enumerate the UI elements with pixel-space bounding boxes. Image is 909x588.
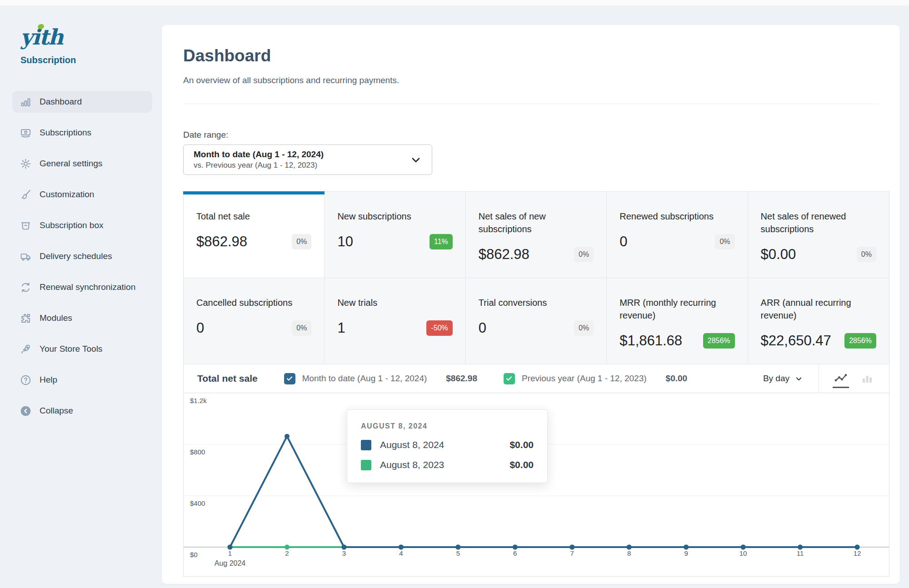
stat-label: Trial conversions — [479, 296, 594, 309]
sidebar-item-dashboard[interactable]: Dashboard — [12, 91, 152, 113]
sidebar-item-help[interactable]: Help — [12, 369, 152, 391]
sidebar-item-your-store-tools[interactable]: Your Store Tools — [12, 338, 152, 360]
sidebar-item-customization[interactable]: Customization — [12, 184, 152, 205]
sidebar-item-subscriptions[interactable]: Subscriptions — [12, 122, 152, 144]
svg-text:$1.2k: $1.2k — [190, 397, 207, 404]
svg-text:4: 4 — [399, 549, 403, 557]
svg-text:10: 10 — [739, 549, 747, 557]
tooltip-row-label: August 8, 2024 — [380, 439, 509, 450]
sidebar-nav: Dashboard Subscriptions General settings… — [12, 91, 153, 422]
series-toggle: Month to date (Aug 1 - 12, 2024) $862.98 — [284, 373, 477, 384]
stat-card[interactable]: Renewed subscriptions 0 0% — [607, 192, 748, 278]
stat-badge: 0% — [715, 234, 734, 249]
sidebar-item-renewal-synchronization[interactable]: Renewal synchronization — [12, 276, 152, 298]
date-range-label: Date range: — [183, 130, 889, 140]
net-sale-chart[interactable]: $0$400$800$1.2k1Aug 202423456789101112 A… — [184, 393, 889, 576]
svg-text:$800: $800 — [190, 448, 205, 456]
chevron-down-icon — [410, 154, 422, 166]
tooltip-title: AUGUST 8, 2024 — [361, 422, 534, 430]
stat-card[interactable]: Net sales of new subscriptions $862.98 0… — [466, 192, 607, 278]
stat-value: 1 — [337, 320, 345, 336]
stat-card[interactable]: Cancelled subscriptions 0 0% — [184, 278, 325, 364]
stat-card[interactable]: Trial conversions 0 0% — [466, 278, 607, 364]
series-label: Previous year (Aug 1 - 12, 2023) — [522, 374, 647, 384]
stat-badge: 0% — [574, 247, 594, 262]
series-checkbox[interactable] — [504, 373, 515, 384]
sidebar-item-label: Renewal synchronization — [40, 282, 135, 292]
stat-value: $862.98 — [196, 234, 247, 250]
stat-value-row: 0 0% — [479, 320, 594, 336]
svg-text:Aug 2024: Aug 2024 — [215, 559, 246, 567]
series-value: $862.98 — [446, 374, 477, 384]
stat-card[interactable]: Net sales of renewed subscriptions $0.00… — [748, 192, 889, 278]
stat-card[interactable]: Total net sale $862.98 0% — [184, 192, 325, 278]
series-checkbox[interactable] — [284, 373, 295, 384]
date-range-selected: Month to date (Aug 1 - 12, 2024) vs. Pre… — [194, 149, 410, 170]
stat-badge: 0% — [857, 247, 876, 262]
date-range-primary: Month to date (Aug 1 - 12, 2024) — [194, 149, 410, 160]
svg-text:2: 2 — [285, 549, 289, 557]
sidebar-item-label: Help — [40, 375, 57, 385]
rocket-icon — [20, 343, 32, 355]
sidebar-item-label: Modules — [40, 313, 72, 323]
svg-text:$400: $400 — [190, 499, 205, 507]
stat-card[interactable]: New trials 1 -50% — [325, 278, 465, 364]
sidebar-item-delivery-schedules[interactable]: Delivery schedules — [12, 245, 152, 267]
line-chart-button[interactable] — [833, 369, 849, 388]
svg-text:7: 7 — [570, 549, 574, 557]
interval-select[interactable]: By day — [763, 374, 803, 384]
stat-badge: 2856% — [844, 333, 876, 349]
line-chart-icon — [834, 373, 848, 384]
box-icon — [20, 219, 32, 232]
stat-value-row: $0.00 0% — [761, 246, 876, 263]
sidebar-item-general-settings[interactable]: General settings — [12, 153, 152, 174]
svg-text:11: 11 — [797, 549, 804, 557]
date-range-select[interactable]: Month to date (Aug 1 - 12, 2024) vs. Pre… — [183, 145, 432, 175]
puzzle-icon — [20, 312, 32, 324]
sidebar-item-collapse[interactable]: Collapse — [12, 400, 152, 422]
sidebar-item-label: Collapse — [40, 406, 73, 416]
series-value: $0.00 — [666, 374, 688, 384]
series-swatch — [361, 440, 371, 450]
sidebar-item-label: Subscriptions — [40, 128, 91, 138]
stat-value: 0 — [196, 320, 204, 336]
payments-icon — [20, 127, 32, 139]
stat-label: Total net sale — [196, 210, 311, 223]
main-panel: Dashboard An overview of all subscriptio… — [162, 25, 900, 584]
bar-chart-icon — [860, 373, 874, 384]
stat-value: 10 — [337, 234, 353, 250]
stat-value-row: 10 11% — [337, 234, 452, 250]
series-label: Month to date (Aug 1 - 12, 2024) — [302, 374, 427, 384]
analytics-panel: Total net sale $862.98 0% New subscripti… — [183, 191, 889, 577]
sidebar-item-label: Subscription box — [40, 220, 103, 230]
stat-card[interactable]: New subscriptions 10 11% — [325, 192, 465, 278]
sidebar-item-label: General settings — [40, 159, 102, 169]
stat-card[interactable]: MRR (monthly recurring revenue) $1,861.6… — [607, 278, 748, 364]
page-subtitle: An overview of all subscriptions and rec… — [183, 75, 879, 85]
sidebar-item-label: Your Store Tools — [40, 344, 102, 354]
page-title: Dashboard — [183, 46, 879, 65]
stat-value-row: $1,861.68 2856% — [619, 333, 734, 349]
stat-value-row: 0 0% — [619, 234, 734, 250]
page-body: Date range: Month to date (Aug 1 - 12, 2… — [162, 104, 900, 577]
sidebar-item-label: Dashboard — [40, 97, 82, 107]
series-swatch — [361, 460, 371, 470]
stat-label: Renewed subscriptions — [619, 210, 734, 223]
svg-text:5: 5 — [456, 549, 460, 557]
stat-value-row: $862.98 0% — [479, 246, 594, 263]
stat-card[interactable]: ARR (annual recurring revenue) $22,650.4… — [748, 278, 889, 364]
paintbrush-icon — [20, 189, 32, 201]
check-icon — [286, 375, 293, 382]
stat-value: $862.98 — [479, 246, 529, 263]
svg-text:8: 8 — [627, 549, 631, 557]
tooltip-row-value: $0.00 — [509, 459, 534, 470]
sidebar-item-modules[interactable]: Modules — [12, 307, 152, 329]
sidebar: yith Subscription Dashboard Subscription… — [0, 6, 162, 588]
sidebar-item-subscription-box[interactable]: Subscription box — [12, 214, 152, 236]
svg-text:1: 1 — [228, 549, 232, 557]
sidebar-item-label: Customization — [40, 189, 94, 199]
stat-label: Cancelled subscriptions — [196, 296, 311, 309]
stat-label: MRR (monthly recurring revenue) — [619, 296, 734, 322]
stat-badge: 0% — [574, 320, 594, 336]
bar-chart-button[interactable] — [859, 369, 875, 388]
